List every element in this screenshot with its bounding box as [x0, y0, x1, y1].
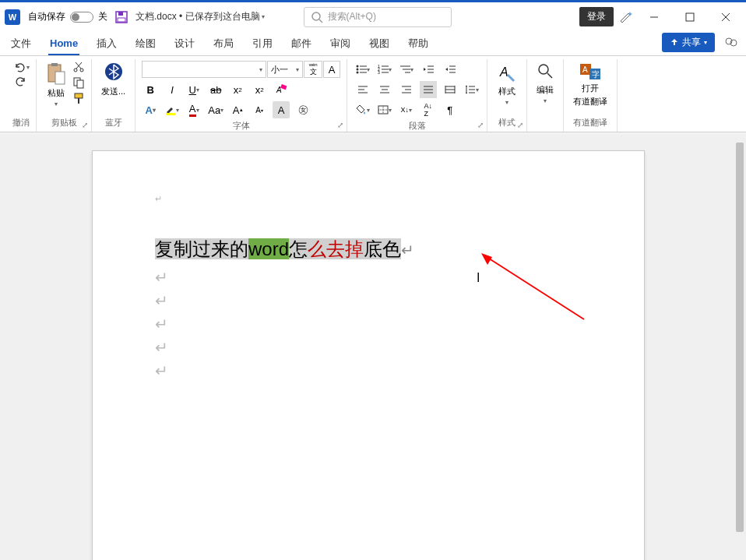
increase-indent-button[interactable] — [442, 61, 459, 78]
bluetooth-send-button[interactable]: 发送... — [98, 61, 128, 99]
group-bluetooth: 发送... 蓝牙 — [92, 59, 135, 132]
italic-button[interactable]: I — [164, 81, 181, 98]
paste-button[interactable]: 粘贴 ▾ — [43, 61, 69, 109]
char-border-button[interactable]: A — [323, 61, 340, 78]
word-app-icon: W — [5, 9, 20, 25]
tab-help[interactable]: 帮助 — [406, 32, 430, 55]
pen-sparkle-icon[interactable] — [618, 9, 634, 25]
grow-font-button[interactable]: A▴ — [229, 101, 246, 118]
login-button[interactable]: 登录 — [579, 7, 614, 26]
bold-button[interactable]: B — [142, 81, 159, 98]
asian-layout-button[interactable]: X↓▾ — [398, 101, 415, 118]
numbering-button[interactable]: 123▾ — [376, 61, 393, 78]
clear-format-button[interactable]: A — [273, 81, 290, 98]
tab-design[interactable]: 设计 — [173, 32, 196, 55]
shading-button[interactable]: ▾ — [354, 101, 371, 118]
superscript-button[interactable]: x2 — [251, 81, 268, 98]
font-color-button[interactable]: A▾ — [185, 101, 202, 118]
svg-point-14 — [74, 69, 77, 72]
strikethrough-button[interactable]: ab — [207, 81, 224, 98]
tab-insert[interactable]: 插入 — [95, 32, 118, 55]
show-marks-button[interactable]: ¶ — [442, 101, 459, 118]
group-paragraph: ▾ 123▾ ▾ ▾ ▾ ▾ X↓▾ A↓Z ¶ 段落⤢ — [347, 59, 487, 132]
styles-button[interactable]: A 样式 ▾ — [494, 61, 520, 107]
dialog-launcher-icon[interactable]: ⤢ — [517, 121, 523, 129]
underline-button[interactable]: U▾ — [185, 81, 202, 98]
chevron-down-icon[interactable]: ▾ — [26, 64, 30, 71]
svg-line-4 — [319, 19, 322, 23]
group-label-bluetooth: 蓝牙 — [105, 115, 122, 132]
multilevel-list-button[interactable]: ▾ — [398, 61, 415, 78]
paragraph-mark-icon: ↵ — [401, 241, 414, 259]
svg-point-15 — [80, 69, 83, 72]
share-button[interactable]: 共享 ▾ — [662, 33, 715, 52]
align-center-button[interactable] — [376, 81, 393, 98]
comments-icon[interactable] — [724, 36, 738, 50]
ribbon-tabs: 文件 Home 插入 绘图 设计 布局 引用 邮件 审阅 视图 帮助 共享 ▾ — [0, 31, 746, 56]
chevron-down-icon: ▾ — [55, 100, 58, 107]
paragraph-mark-icon: ↵ — [155, 268, 582, 287]
dialog-launcher-icon[interactable]: ⤢ — [477, 121, 484, 129]
phonetic-guide-button[interactable]: wén文 — [304, 61, 322, 78]
align-right-button[interactable] — [398, 81, 415, 98]
shrink-font-button[interactable]: A▾ — [251, 101, 268, 118]
font-size-combo[interactable]: 小一▾ — [267, 61, 303, 78]
highlight-button[interactable]: ▾ — [164, 101, 181, 118]
format-painter-icon[interactable] — [72, 92, 85, 104]
page[interactable]: ↵ 复制过来的word怎么去掉底色↵ ↵ ↵ ↵ ↵ ↵ — [92, 150, 645, 560]
tab-view[interactable]: 视图 — [368, 32, 391, 55]
tab-draw[interactable]: 绘图 — [134, 32, 157, 55]
document-title[interactable]: 文档.docx • 已保存到这台电脑 ▾ — [135, 10, 265, 23]
toggle-switch-icon[interactable] — [70, 12, 93, 23]
line-spacing-button[interactable]: ▾ — [463, 81, 480, 98]
search-input[interactable]: 搜索(Alt+Q) — [304, 7, 452, 27]
distribute-button[interactable] — [442, 81, 459, 98]
dialog-launcher-icon[interactable]: ⤢ — [82, 121, 88, 129]
document-canvas[interactable]: ↵ 复制过来的word怎么去掉底色↵ ↵ ↵ ↵ ↵ ↵ — [0, 135, 746, 560]
char-shading-button[interactable]: A — [273, 101, 290, 118]
bullets-button[interactable]: ▾ — [354, 61, 371, 78]
align-left-button[interactable] — [354, 81, 371, 98]
sort-button[interactable]: A↓Z — [420, 101, 437, 118]
vertical-scrollbar[interactable] — [734, 135, 745, 560]
svg-line-70 — [547, 73, 552, 78]
save-icon[interactable] — [115, 11, 128, 23]
tab-layout[interactable]: 布局 — [212, 32, 235, 55]
group-undo: ▾ 撤消 — [6, 59, 37, 132]
svg-rect-1 — [118, 12, 123, 16]
minimize-button[interactable] — [639, 5, 670, 29]
tab-references[interactable]: 引用 — [251, 32, 274, 55]
tab-home[interactable]: Home — [48, 33, 79, 55]
tab-mailings[interactable]: 邮件 — [290, 32, 313, 55]
tab-review[interactable]: 审阅 — [329, 32, 352, 55]
change-case-button[interactable]: Aa▾ — [207, 101, 224, 118]
autosave-toggle[interactable]: 自动保存 关 — [28, 10, 107, 23]
group-label-translate: 有道翻译 — [573, 115, 607, 132]
enclose-char-button[interactable]: ㊛ — [294, 101, 311, 118]
justify-button[interactable] — [420, 81, 437, 98]
font-family-combo[interactable]: ▾ — [142, 61, 266, 78]
svg-rect-19 — [77, 80, 83, 88]
close-button[interactable] — [710, 5, 741, 29]
copy-icon[interactable] — [72, 76, 85, 89]
group-label-clipboard: 剪贴板 — [51, 117, 77, 129]
maximize-button[interactable] — [674, 5, 706, 29]
tab-file[interactable]: 文件 — [9, 32, 33, 55]
text-effects-button[interactable]: A▾ — [142, 101, 159, 118]
cut-icon[interactable] — [72, 61, 85, 73]
chevron-down-icon: ▾ — [544, 97, 547, 104]
decrease-indent-button[interactable] — [420, 61, 437, 78]
title-bar: W 自动保存 关 文档.docx • 已保存到这台电脑 ▾ 搜索(Alt+Q) … — [0, 0, 746, 31]
subscript-button[interactable]: x2 — [229, 81, 246, 98]
borders-button[interactable]: ▾ — [376, 101, 393, 118]
text-cursor-icon: I — [477, 271, 480, 285]
editing-button[interactable]: 编辑 ▾ — [533, 61, 557, 106]
redo-icon[interactable] — [15, 75, 27, 87]
undo-icon[interactable] — [13, 61, 26, 73]
group-label-paragraph: 段落 — [409, 120, 426, 132]
scrollbar-thumb[interactable] — [736, 143, 744, 532]
youdao-translate-button[interactable]: A字 打开 有道翻译 — [570, 61, 611, 109]
dialog-launcher-icon[interactable]: ⤢ — [337, 121, 343, 129]
selected-text[interactable]: 复制过来的word怎么去掉底色 — [155, 238, 401, 259]
svg-line-17 — [76, 62, 81, 69]
